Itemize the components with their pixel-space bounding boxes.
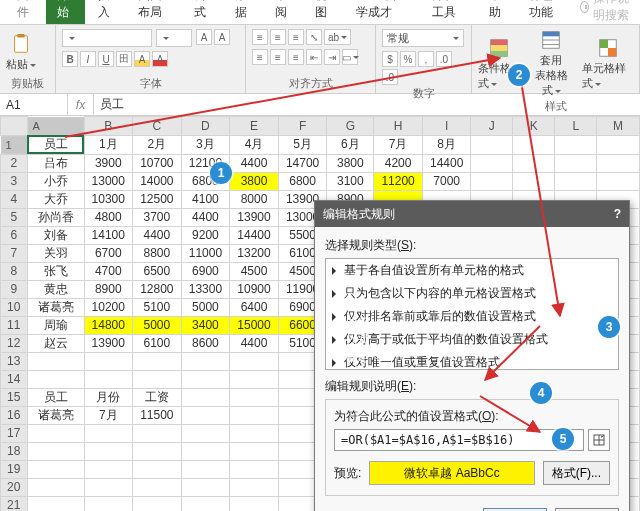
orientation-icon[interactable]: ⤡ [306, 29, 322, 45]
cell[interactable] [27, 370, 84, 388]
col-header-F[interactable]: F [278, 117, 327, 136]
indent-dec-icon[interactable]: ⇤ [306, 49, 322, 65]
row-header-9[interactable]: 9 [1, 280, 28, 298]
cell[interactable]: 14700 [278, 154, 327, 172]
cell[interactable]: 3400 [181, 316, 230, 334]
cell[interactable] [230, 370, 279, 388]
align-top-icon[interactable]: ≡ [252, 29, 268, 45]
currency-icon[interactable]: $ [382, 51, 398, 67]
cell[interactable]: 4800 [84, 208, 133, 226]
row-header-2[interactable]: 2 [1, 154, 28, 172]
decrease-font-icon[interactable]: A [214, 29, 230, 45]
cell[interactable]: 10900 [230, 280, 279, 298]
cell[interactable]: 赵云 [27, 334, 84, 352]
tab-视图[interactable]: 视图 [304, 0, 342, 24]
col-header-G[interactable]: G [327, 117, 374, 136]
cell[interactable] [84, 460, 133, 478]
row-header-16[interactable]: 16 [1, 406, 28, 424]
row-header-15[interactable]: 15 [1, 388, 28, 406]
cell[interactable] [181, 496, 230, 511]
row-header-21[interactable]: 21 [1, 496, 28, 511]
col-header-C[interactable]: C [133, 117, 182, 136]
cell[interactable]: 4月 [230, 135, 279, 154]
format-as-table-button[interactable]: 套用 表格格式 [530, 29, 572, 98]
cell[interactable]: 7000 [422, 172, 471, 190]
cell[interactable]: 4400 [230, 334, 279, 352]
cell[interactable]: 月份 [84, 388, 133, 406]
cell[interactable] [27, 442, 84, 460]
row-header-20[interactable]: 20 [1, 478, 28, 496]
cell[interactable]: 6800 [278, 172, 327, 190]
col-header-A[interactable]: A [28, 117, 84, 135]
cell[interactable]: 4200 [374, 154, 423, 172]
font-name-select[interactable] [62, 29, 152, 47]
cell[interactable] [27, 478, 84, 496]
rule-type-option[interactable]: 基于各自值设置所有单元格的格式 [326, 259, 618, 282]
cell[interactable]: 工资 [133, 388, 182, 406]
cell[interactable]: 6900 [181, 262, 230, 280]
col-header-J[interactable]: J [471, 117, 513, 136]
italic-button[interactable]: I [80, 51, 96, 67]
comma-icon[interactable]: , [418, 51, 434, 67]
col-header-K[interactable]: K [513, 117, 555, 136]
cell[interactable]: 14400 [230, 226, 279, 244]
cell[interactable] [133, 460, 182, 478]
cell[interactable]: 3900 [84, 154, 133, 172]
row-header-8[interactable]: 8 [1, 262, 28, 280]
row-header-1[interactable]: 1 [1, 136, 27, 154]
cell[interactable] [181, 460, 230, 478]
cell[interactable] [133, 370, 182, 388]
cell[interactable] [555, 135, 597, 154]
cell[interactable] [27, 424, 84, 442]
row-header-6[interactable]: 6 [1, 226, 28, 244]
cell[interactable]: 关羽 [27, 244, 84, 262]
cell[interactable]: 6400 [230, 298, 279, 316]
cell[interactable] [84, 370, 133, 388]
cell[interactable] [84, 478, 133, 496]
font-color-button[interactable]: A [152, 51, 168, 67]
col-header-I[interactable]: I [422, 117, 471, 136]
cell[interactable] [230, 424, 279, 442]
cell[interactable]: 7月 [374, 135, 423, 154]
cell[interactable]: 4400 [181, 208, 230, 226]
cell[interactable] [230, 442, 279, 460]
tab-帮助[interactable]: 帮助 [478, 0, 516, 24]
row-header-3[interactable]: 3 [1, 172, 28, 190]
cell[interactable] [27, 460, 84, 478]
cell[interactable] [513, 135, 555, 154]
wrap-text-button[interactable]: ab [324, 29, 351, 45]
row-header-13[interactable]: 13 [1, 352, 28, 370]
paste-button[interactable]: 粘贴 [6, 33, 36, 72]
cell[interactable]: 5000 [133, 316, 182, 334]
tab-插入[interactable]: 插入 [87, 0, 125, 24]
tab-Excel自学成才[interactable]: Excel自学成才 [345, 0, 419, 24]
tab-公式[interactable]: 公式 [183, 0, 221, 24]
cell[interactable]: 刘备 [27, 226, 84, 244]
number-format-select[interactable]: 常规 [382, 29, 464, 47]
col-header-H[interactable]: H [374, 117, 423, 136]
cell[interactable]: 8月 [422, 135, 471, 154]
col-header-E[interactable]: E [230, 117, 279, 136]
cell[interactable]: 8000 [230, 190, 279, 208]
cell[interactable]: 9200 [181, 226, 230, 244]
cell[interactable]: 15000 [230, 316, 279, 334]
cell[interactable] [230, 388, 279, 406]
cell[interactable]: 诸葛亮 [27, 406, 84, 424]
cell[interactable] [471, 172, 513, 190]
cell[interactable] [230, 352, 279, 370]
col-header-L[interactable]: L [555, 117, 597, 136]
cell[interactable]: 11500 [133, 406, 182, 424]
cell[interactable]: 3100 [327, 172, 374, 190]
tab-开发工具[interactable]: 开发工具 [421, 0, 476, 24]
cell[interactable] [513, 172, 555, 190]
rule-type-listbox[interactable]: 基于各自值设置所有单元格的格式只为包含以下内容的单元格设置格式仅对排名靠前或靠后… [325, 258, 619, 370]
cell[interactable] [230, 460, 279, 478]
cell[interactable]: 孙尚香 [27, 208, 84, 226]
cell[interactable]: 11000 [181, 244, 230, 262]
tab-开始[interactable]: 开始 [46, 0, 84, 24]
cell[interactable] [181, 388, 230, 406]
dec-decimal-icon[interactable]: .0 [382, 69, 398, 85]
row-header-5[interactable]: 5 [1, 208, 28, 226]
cell[interactable]: 6700 [84, 244, 133, 262]
cell[interactable]: 14100 [84, 226, 133, 244]
